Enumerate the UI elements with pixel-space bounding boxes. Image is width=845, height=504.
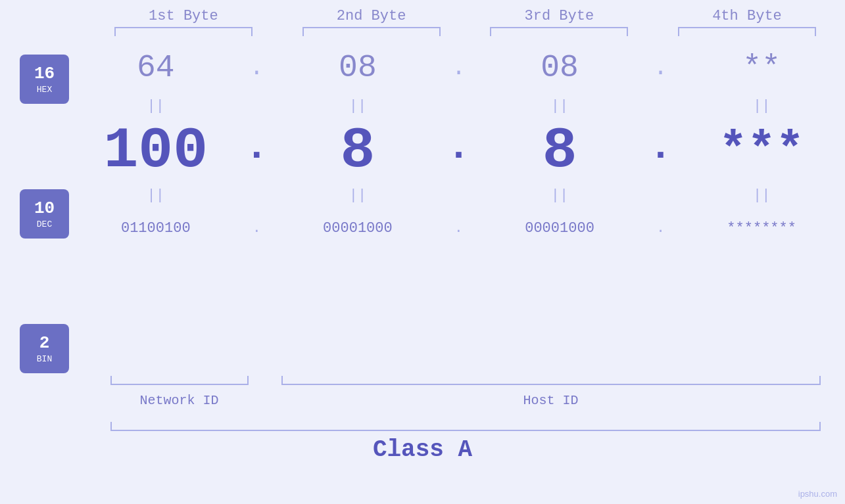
bin-badge-num: 2 (39, 333, 50, 354)
bin-dot1: . (240, 220, 273, 237)
dec-badge-label: DEC (37, 219, 52, 229)
byte4-header: 4th Byte (678, 8, 816, 24)
hex-badge-num: 16 (34, 64, 55, 84)
bin-badge-label: BIN (37, 354, 52, 364)
bin-b2: 00001000 (289, 220, 427, 237)
eq1-b4: || (692, 98, 831, 114)
bin-dot2: . (442, 220, 475, 237)
eq2-b3: || (491, 187, 629, 204)
dec-badge: 10 DEC (20, 189, 69, 239)
hex-badge: 16 HEX (20, 55, 69, 104)
bracket-network (110, 376, 249, 385)
dec-b2: 8 (289, 118, 427, 183)
eq2-b1: || (87, 187, 225, 204)
bin-data-row: 01100100 . 00001000 . 00001000 . *******… (79, 207, 838, 250)
dec-b3: 8 (491, 118, 629, 183)
hex-dot1: . (240, 55, 273, 81)
byte3-header: 3rd Byte (490, 8, 628, 24)
bin-badge-wrapper: 2 BIN (20, 324, 79, 373)
dec-b1: 100 (87, 118, 225, 183)
main-container: 1st Byte 2nd Byte 3rd Byte 4th Byte 16 H… (0, 0, 845, 504)
byte1-header: 1st Byte (114, 8, 253, 24)
bracket-b1 (114, 27, 253, 36)
eq2-b2: || (289, 187, 427, 204)
eq1-b2: || (289, 98, 427, 114)
bracket-b4 (678, 27, 816, 36)
byte2-header: 2nd Byte (302, 8, 441, 24)
bottom-brackets (110, 376, 821, 389)
byte-headers: 1st Byte 2nd Byte 3rd Byte 4th Byte (110, 8, 821, 24)
hex-b2: 08 (289, 50, 427, 85)
id-labels-row: Network ID Host ID (110, 393, 821, 413)
main-grid: 16 HEX 10 DEC 2 BIN (7, 41, 838, 373)
data-columns: 64 . 08 . 08 . ** || || || || 100 (79, 41, 838, 250)
bin-b4: ******** (692, 220, 831, 237)
top-brackets (110, 27, 821, 36)
class-label: Class A (0, 436, 845, 463)
eq2-b4: || (692, 187, 831, 204)
hex-dot2: . (442, 55, 475, 81)
eq1-b3: || (491, 98, 629, 114)
hex-badge-label: HEX (37, 85, 52, 95)
bracket-b3 (490, 27, 628, 36)
dec-badge-wrapper: 10 DEC (20, 189, 79, 239)
watermark: ipshu.com (798, 489, 837, 499)
hex-badge-wrapper: 16 HEX (20, 55, 79, 104)
bracket-b2 (302, 27, 441, 36)
eq1-b1: || (87, 98, 225, 114)
hex-b4: ** (692, 50, 831, 85)
bin-dot3: . (644, 220, 677, 237)
bin-b3: 00001000 (491, 220, 629, 237)
dec-badge-num: 10 (34, 198, 55, 219)
hex-b1: 64 (87, 50, 225, 85)
dec-dot3: . (644, 127, 677, 173)
bin-b1: 01100100 (87, 220, 225, 237)
equals-row-1: || || || || (79, 94, 838, 118)
badge-column: 16 HEX 10 DEC 2 BIN (7, 41, 79, 373)
dec-data-row: 100 . 8 . 8 . *** (79, 118, 838, 183)
class-bracket (110, 422, 821, 431)
hex-data-row: 64 . 08 . 08 . ** (79, 41, 838, 94)
dec-dot1: . (240, 127, 273, 173)
dec-b4: *** (692, 124, 831, 177)
equals-row-2: || || || || (79, 183, 838, 207)
host-id-label: Host ID (281, 393, 821, 408)
hex-b3: 08 (491, 50, 629, 85)
bin-badge: 2 BIN (20, 324, 69, 373)
hex-dot3: . (644, 55, 677, 81)
network-id-label: Network ID (110, 393, 249, 408)
dec-dot2: . (442, 127, 475, 173)
bracket-host (281, 376, 821, 385)
